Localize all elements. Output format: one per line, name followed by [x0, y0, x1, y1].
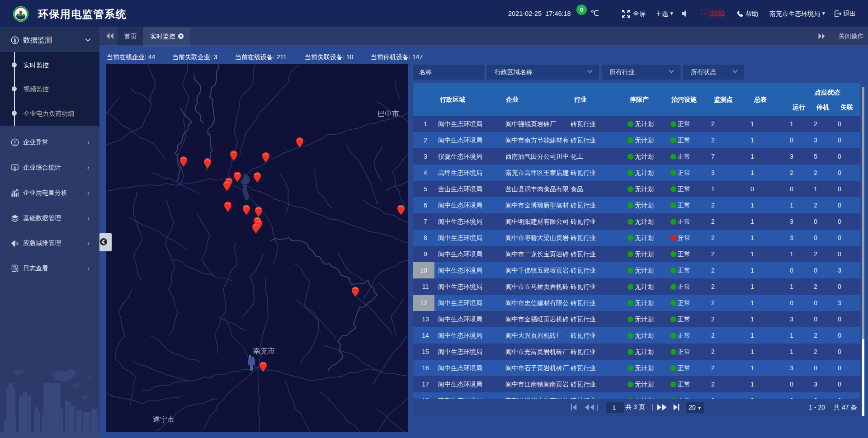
svg-text:遂宁市: 遂宁市: [153, 415, 175, 423]
svg-text:巴中市: 巴中市: [377, 110, 399, 118]
svg-text:南充市: 南充市: [253, 347, 275, 355]
